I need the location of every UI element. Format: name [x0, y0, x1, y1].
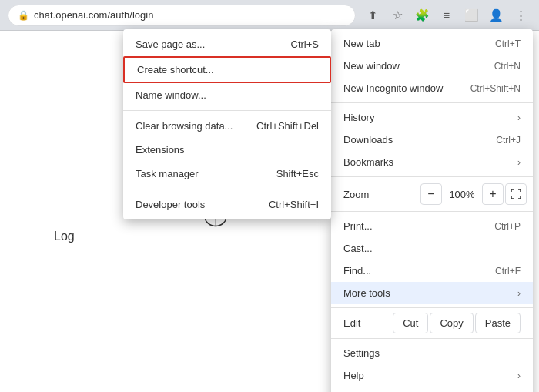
bookmark-icon[interactable]: ☆ — [387, 5, 408, 26]
edit-buttons: Cut Copy Paste — [393, 313, 521, 333]
chrome-menu: New tab Ctrl+T New window Ctrl+N New Inc… — [331, 29, 533, 392]
shortcut-downloads: Ctrl+J — [496, 135, 521, 146]
submenu-item-create-shortcut[interactable]: Create shortcut... — [123, 56, 331, 83]
zoom-out-button[interactable]: − — [420, 183, 442, 205]
address-bar[interactable]: 🔒 chat.openai.com/auth/login — [8, 5, 356, 26]
menu-label-history: History — [343, 112, 374, 123]
menu-label-settings: Settings — [343, 347, 380, 359]
paste-button[interactable]: Paste — [475, 313, 521, 333]
menu-item-cast[interactable]: Cast... — [331, 237, 533, 260]
submenu-divider-1 — [123, 110, 331, 111]
shortcut-print: Ctrl+P — [494, 221, 521, 232]
shortcut-new-tab: Ctrl+T — [495, 39, 521, 49]
divider-2 — [331, 176, 533, 177]
submenu-item-name-window[interactable]: Name window... — [123, 83, 331, 107]
submenu-label-create-shortcut: Create shortcut... — [137, 64, 214, 75]
extensions-icon[interactable]: 🧩 — [411, 5, 433, 26]
browser-chrome: 🔒 chat.openai.com/auth/login ⬆ ☆ 🧩 ≡ ⬜ 👤… — [0, 0, 539, 31]
zoom-in-button[interactable]: + — [482, 183, 504, 205]
zoom-value: 100% — [444, 189, 480, 200]
shortcut-incognito: Ctrl+Shift+N — [470, 83, 521, 94]
menu-item-more-tools[interactable]: More tools › — [331, 282, 533, 304]
arrow-history: › — [517, 112, 521, 123]
menu-item-settings[interactable]: Settings — [331, 342, 533, 364]
divider-6 — [331, 390, 533, 390]
zoom-label: Zoom — [337, 186, 420, 203]
menu-label-new-tab: New tab — [343, 38, 380, 49]
menu-item-history[interactable]: History › — [331, 106, 533, 129]
divider-4 — [331, 307, 533, 308]
shortcut-task-manager: Shift+Esc — [276, 168, 319, 179]
submenu-label-name-window: Name window... — [136, 89, 206, 101]
menu-item-find[interactable]: Find... Ctrl+F — [331, 260, 533, 282]
lock-icon: 🔒 — [18, 10, 29, 21]
share-icon[interactable]: ⬆ — [362, 5, 383, 26]
menu-item-bookmarks[interactable]: Bookmarks › — [331, 151, 533, 173]
menu-label-downloads: Downloads — [343, 134, 393, 146]
shortcut-save-page: Ctrl+S — [291, 39, 319, 50]
submenu-divider-2 — [123, 189, 331, 189]
shortcut-find: Ctrl+F — [495, 266, 521, 276]
fullscreen-icon — [511, 189, 521, 199]
divider-3 — [331, 211, 533, 212]
submenu-item-clear-browsing[interactable]: Clear browsing data... Ctrl+Shift+Del — [123, 114, 331, 138]
shortcut-dev-tools: Ctrl+Shift+I — [269, 199, 319, 210]
restore-icon[interactable]: ⬜ — [460, 5, 482, 26]
browser-icons: ⬆ ☆ 🧩 ≡ ⬜ 👤 ⋮ — [362, 5, 531, 26]
menu-label-bookmarks: Bookmarks — [343, 156, 393, 168]
shortcut-clear-browsing: Ctrl+Shift+Del — [256, 120, 319, 132]
submenu-label-task-manager: Task manager — [136, 168, 199, 179]
menu-label-incognito: New Incognito window — [343, 82, 443, 94]
url-text: chat.openai.com/auth/login — [34, 9, 153, 21]
menu-label-more-tools: More tools — [343, 287, 390, 299]
zoom-fullscreen-button[interactable] — [505, 183, 527, 205]
menu-label-print: Print... — [343, 220, 373, 232]
menu-label-cast: Cast... — [343, 243, 373, 254]
submenu-label-extensions: Extensions — [136, 144, 185, 156]
menu-item-new-window[interactable]: New window Ctrl+N — [331, 55, 533, 77]
submenu-item-dev-tools[interactable]: Developer tools Ctrl+Shift+I — [123, 193, 331, 216]
more-tools-submenu: Save page as... Ctrl+S Create shortcut..… — [123, 29, 331, 219]
shortcut-new-window: Ctrl+N — [494, 61, 521, 72]
menu-item-incognito[interactable]: New Incognito window Ctrl+Shift+N — [331, 77, 533, 99]
zoom-row: Zoom − 100% + — [331, 180, 533, 208]
submenu-item-extensions[interactable]: Extensions — [123, 138, 331, 162]
arrow-more-tools: › — [517, 288, 521, 299]
menu-label-find: Find... — [343, 265, 371, 276]
page-login-text: Log — [54, 230, 75, 243]
profile-icon[interactable]: 👤 — [485, 5, 507, 26]
menu-label-help: Help — [343, 370, 364, 381]
submenu-item-task-manager[interactable]: Task manager Shift+Esc — [123, 162, 331, 186]
divider-1 — [331, 102, 533, 103]
arrow-help: › — [517, 370, 521, 381]
menu-item-downloads[interactable]: Downloads Ctrl+J — [331, 129, 533, 151]
edit-label: Edit — [343, 313, 393, 333]
divider-5 — [331, 338, 533, 339]
tab-search-icon[interactable]: ≡ — [436, 5, 457, 26]
menu-item-print[interactable]: Print... Ctrl+P — [331, 215, 533, 237]
submenu-item-save-page[interactable]: Save page as... Ctrl+S — [123, 32, 331, 56]
edit-row: Edit Cut Copy Paste — [331, 311, 533, 335]
submenu-label-clear-browsing: Clear browsing data... — [136, 120, 233, 132]
submenu-label-save-page: Save page as... — [136, 39, 205, 50]
cut-button[interactable]: Cut — [393, 313, 428, 333]
menu-item-help[interactable]: Help › — [331, 364, 533, 387]
zoom-controls: − 100% + — [420, 183, 527, 205]
copy-button[interactable]: Copy — [430, 313, 473, 333]
menu-item-new-tab[interactable]: New tab Ctrl+T — [331, 32, 533, 55]
more-menu-icon[interactable]: ⋮ — [510, 5, 531, 26]
submenu-label-dev-tools: Developer tools — [136, 199, 205, 210]
arrow-bookmarks: › — [517, 157, 521, 168]
menu-label-new-window: New window — [343, 60, 400, 72]
